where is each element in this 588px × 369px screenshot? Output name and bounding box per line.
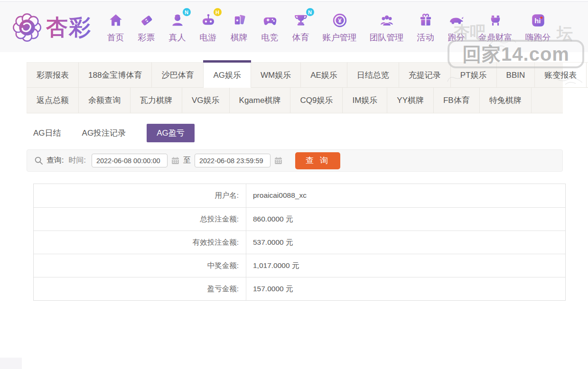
row-value: 860.0000 元	[246, 208, 293, 231]
main-nav: 首页 彩票 N 真人 H 电游 棋牌	[100, 11, 557, 43]
tab-kgame-board[interactable]: Kgame棋牌	[230, 88, 291, 113]
tab-row-filler	[532, 88, 563, 113]
svg-text:hi: hi	[534, 17, 541, 25]
tab-row-2: 返点总额 余额查询 瓦力棋牌 VG娱乐 Kgame棋牌 CQ9娱乐 IM娱乐 Y…	[27, 88, 563, 113]
hi-app-icon: hi	[529, 11, 547, 29]
tab-rebate-total[interactable]: 返点总额	[27, 88, 79, 113]
subtab-ag-profit[interactable]: AG盈亏	[147, 124, 195, 142]
tab-account-change-report[interactable]: 账变报表	[535, 62, 587, 88]
svg-text:¥: ¥	[338, 17, 342, 24]
time-label: 时间:	[68, 156, 85, 166]
nav-item-esports[interactable]: 电竞	[254, 11, 285, 43]
header: 杏彩 首页 彩票 N 真人 H 电游	[0, 2, 588, 52]
profit-report-table: 用户名: proaicai0088_xc 总投注金额: 860.0000 元 有…	[33, 184, 566, 301]
row-label: 总投注金额:	[34, 208, 246, 231]
row-value: 157.0000 元	[246, 277, 293, 300]
tab-pt-entertainment[interactable]: PT娱乐	[451, 62, 497, 88]
nav-item-home[interactable]: 首页	[100, 11, 131, 43]
report-tabs: 彩票报表 188金宝博体育 沙巴体育 AG娱乐 WM娱乐 AE娱乐 日结总览 充…	[27, 62, 563, 113]
query-button[interactable]: 查 询	[295, 152, 340, 169]
tab-row-1: 彩票报表 188金宝博体育 沙巴体育 AG娱乐 WM娱乐 AE娱乐 日结总览 充…	[27, 62, 563, 88]
home-icon	[107, 11, 125, 29]
gamepad-joystick-icon: H	[199, 11, 217, 29]
nav-item-live-casino[interactable]: N 真人	[162, 11, 193, 43]
datetime-to-input[interactable]	[195, 154, 271, 167]
query-label: 查询:	[47, 156, 64, 166]
nav-item-sports[interactable]: N 体育	[285, 11, 316, 43]
account-coin-icon: ¥	[331, 11, 349, 29]
tab-lottery-report[interactable]: 彩票报表	[27, 62, 79, 88]
tab-ag-entertainment[interactable]: AG娱乐	[204, 62, 251, 88]
subtab-ag-daily[interactable]: AG日结	[33, 128, 61, 138]
row-value: 537.0000 元	[246, 231, 293, 254]
brand-name: 杏彩	[46, 13, 92, 42]
tab-tetu-board[interactable]: 特兔棋牌	[480, 88, 532, 113]
datetime-from-input[interactable]	[92, 154, 168, 167]
cards-icon	[230, 11, 248, 29]
nav-item-hi-paofen[interactable]: hi 嗨跑分	[519, 11, 557, 43]
calendar-icon[interactable]	[171, 157, 179, 165]
tab-yy-board[interactable]: YY棋牌	[387, 88, 434, 113]
nav-item-team-management[interactable]: 团队管理	[363, 11, 410, 43]
row-label: 有效投注金额:	[34, 231, 246, 254]
cauldron-icon	[486, 11, 504, 29]
calendar-icon[interactable]	[274, 157, 282, 165]
new-badge: N	[306, 8, 314, 16]
bottom-left-corner-patch	[0, 358, 22, 369]
hot-badge: H	[214, 8, 222, 16]
row-value: 1,017.0000 元	[246, 254, 299, 277]
rhino-icon	[448, 11, 466, 29]
row-label: 盈亏金额:	[34, 277, 246, 300]
tab-vg-entertainment[interactable]: VG娱乐	[182, 88, 230, 113]
subtab-ag-bet-records[interactable]: AG投注记录	[82, 128, 126, 138]
team-icon	[378, 11, 396, 29]
nav-item-account-management[interactable]: ¥ 账户管理	[316, 11, 363, 43]
nav-item-board-games[interactable]: 棋牌	[224, 11, 254, 43]
nav-item-activities[interactable]: 活动	[410, 11, 441, 43]
nav-item-jinding-wealth[interactable]: 金鼎财富	[472, 11, 519, 43]
table-row-win-amount: 中奖金额: 1,017.0000 元	[34, 254, 565, 277]
nav-item-egames[interactable]: H 电游	[193, 11, 224, 43]
tab-deposit-withdraw-records[interactable]: 充提记录	[399, 62, 451, 88]
tab-bbin[interactable]: BBIN	[497, 62, 535, 88]
table-row-total-bet: 总投注金额: 860.0000 元	[34, 207, 565, 231]
ag-subtabs: AG日结 AG投注记录 AG盈亏	[33, 124, 563, 141]
tab-balance-query[interactable]: 余额查询	[79, 88, 131, 113]
table-row-valid-bet: 有效投注金额: 537.0000 元	[34, 231, 565, 254]
esports-gamepad-icon	[261, 11, 279, 29]
brand-logo[interactable]: 杏彩	[12, 12, 92, 43]
tab-im-entertainment[interactable]: IM娱乐	[343, 88, 387, 113]
row-label: 中奖金额:	[34, 254, 246, 277]
query-bar: 查询: 时间: 至 查 询	[27, 149, 563, 172]
tab-wm-entertainment[interactable]: WM娱乐	[251, 62, 301, 88]
tab-fb-sport[interactable]: FB体育	[434, 88, 480, 113]
new-badge: N	[183, 8, 191, 16]
to-label: 至	[183, 156, 191, 166]
tab-wali-board[interactable]: 瓦力棋牌	[131, 88, 182, 113]
trophy-icon: N	[292, 11, 310, 29]
tab-ae-entertainment[interactable]: AE娱乐	[301, 62, 347, 88]
tab-daily-overview[interactable]: 日结总览	[347, 62, 399, 88]
table-row-profit-loss: 盈亏金额: 157.0000 元	[34, 277, 565, 300]
table-row-username: 用户名: proaicai0088_xc	[34, 184, 565, 207]
nav-item-lottery[interactable]: 彩票	[131, 11, 162, 43]
tab-188-sport[interactable]: 188金宝博体育	[79, 62, 152, 88]
lotus-bird-logo-icon	[12, 12, 42, 43]
row-value: proaicai0088_xc	[246, 184, 307, 207]
search-icon	[34, 156, 43, 165]
nav-item-paofen[interactable]: 跑分	[441, 11, 472, 43]
ticket-icon	[138, 11, 156, 29]
row-label: 用户名:	[34, 184, 246, 207]
gift-icon	[417, 11, 435, 29]
live-person-icon: N	[168, 11, 187, 29]
tab-shaba-sport[interactable]: 沙巴体育	[152, 62, 204, 88]
tab-cq9-entertainment[interactable]: CQ9娱乐	[290, 88, 343, 113]
